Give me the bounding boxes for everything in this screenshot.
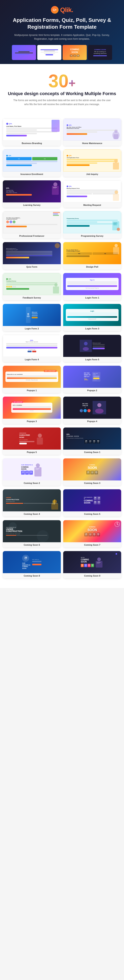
form-card-label: Coming Soon 6	[3, 542, 61, 547]
form-card-label: Popups 1	[3, 388, 61, 393]
svg-point-32	[38, 434, 42, 438]
svg-line-48	[117, 524, 118, 525]
form-card-coming-soon-3[interactable]: COMING SOON 28 DAYS 14 HRS 06	[63, 458, 121, 486]
form-card-label: Coming Soon 4	[3, 511, 61, 517]
form-card-label: Coming Soon 8	[3, 573, 61, 578]
preview-card-4: COMING SOON We are working on something …	[88, 45, 112, 60]
form-card-label: Learning Survey	[3, 202, 61, 208]
svg-point-26	[84, 342, 88, 345]
grid-row-4: Are there any problems...of general inte…	[3, 211, 121, 239]
form-card-programming-survey[interactable]: Programming Survey Programmin	[63, 211, 121, 239]
form-card-login-1[interactable]: Sign In Don't have account? Sign Up Logi…	[63, 273, 121, 300]
form-card-label: Coming Soon 9	[63, 573, 121, 578]
grid-row-13: UNDER CONSTRUCTION We'll be back soon!	[3, 489, 121, 517]
form-card-label: Coming Soon 7	[63, 542, 121, 547]
form-card-popups-3[interactable]: GET A DISCOUNT OFF A COURSE! No thanks P…	[3, 397, 61, 424]
form-card-meeting-request[interactable]: Qlik. Meeting Request Form	[63, 180, 121, 208]
svg-rect-37	[35, 469, 39, 470]
form-card-home-maintenance[interactable]: Qlik. We offer Home and OfficeMaintenanc…	[63, 119, 121, 146]
form-card-label: Meeting Request	[63, 202, 121, 208]
grid-row-12: OUR WEBSITE IS COMINGSOON 28 Days 14 Hrs	[3, 458, 121, 486]
svg-rect-5	[114, 134, 118, 139]
form-card-popups-1[interactable]: GET A DISCOUNT! Subscribe to our newslet…	[3, 366, 61, 393]
svg-rect-15	[113, 223, 118, 223]
form-card-label: Popups 3	[3, 419, 61, 424]
form-card-label: Home Maintenance	[63, 141, 121, 146]
svg-rect-13	[113, 194, 119, 201]
form-card-label: Login Form 1	[63, 295, 121, 300]
svg-rect-17	[113, 225, 117, 225]
svg-text:f: f	[81, 410, 81, 412]
grid-row-10: GET A DISCOUNT OFF A COURSE! No thanks P…	[3, 397, 121, 424]
grid-row-5: What application is...Cloud Design for p…	[3, 242, 121, 269]
svg-rect-11	[53, 188, 56, 188]
form-card-learning-survey[interactable]: Qlik. TransformingYour Ideas intoTomorro…	[3, 180, 61, 208]
form-card-label: Quiz Form	[3, 264, 61, 269]
form-card-login-4[interactable]: Qlik. Sign in to your account or continu…	[3, 335, 61, 362]
grid-row-8: Qlik. Sign in to your account or continu…	[3, 335, 121, 362]
svg-rect-22	[53, 286, 59, 293]
logo-area: Qlik.	[4, 6, 120, 14]
grid-row-11: ANNOUNCING SUBSCRIBE NOW! Join our newsl…	[3, 428, 121, 455]
form-card-label: Popups 4	[63, 419, 121, 424]
form-card-coming-soon-6[interactable]: OUR WEBSITE IS UNDERCONSTRUCTION We'll b…	[3, 520, 61, 547]
svg-point-21	[54, 283, 58, 286]
form-card-label: Popups 5	[3, 450, 61, 455]
form-card-label: Coming Soon 1	[63, 450, 121, 455]
form-card-label: Design Poll	[63, 264, 121, 269]
form-card-popups-2[interactable]: DO YOU WANT TO GET IT? 70 % Enter your e…	[63, 366, 121, 393]
svg-point-23	[27, 313, 29, 315]
form-card-business-branding[interactable]: Qlik. Last Name, First Name Business Bra…	[3, 119, 61, 146]
form-card-quiz-form[interactable]: What application is...Cloud Design for p…	[3, 242, 61, 269]
form-card-coming-soon-8[interactable]: 28 DAYS OUR WEBSITE ISCOMING SOON We'll …	[3, 551, 61, 578]
form-card-login-2[interactable]: Welcome! Login Form 2	[3, 304, 61, 331]
form-card-coming-soon-7[interactable]: COMING SOON 28 DAYS 14 HRS 06	[63, 520, 121, 547]
hero-section: Qlik. Application Forms, Quiz, Poll, Sur…	[0, 0, 124, 64]
form-card-feedback-survey[interactable]: Qlik. Feedback Survey	[3, 273, 61, 300]
form-card-popups-5[interactable]: ANNOUNCING SUBSCRIBE NOW! Join our newsl…	[3, 428, 61, 455]
form-card-design-poll[interactable]: Do you Think This isa Good Design for po…	[63, 242, 121, 269]
preview-card-2	[37, 45, 61, 60]
form-card-professional-freelancer[interactable]: Are there any problems...of general inte…	[3, 211, 61, 239]
svg-point-24	[27, 315, 30, 317]
form-card-label: Coming Soon 5	[63, 511, 121, 517]
svg-rect-52	[97, 563, 100, 563]
form-card-label: Login Form 3	[63, 326, 121, 331]
svg-point-31	[95, 409, 103, 414]
svg-point-49	[97, 557, 101, 561]
form-card-insurance[interactable]: Qlik. ●●● ●●● Insurance Enrollme	[3, 150, 61, 177]
big-number-section: 30 + Unique design concepts of Working M…	[0, 64, 124, 116]
svg-rect-50	[96, 561, 103, 568]
logo-text: Qlik.	[60, 6, 73, 14]
svg-point-34	[36, 463, 40, 468]
hero-title: Application Forms, Quiz, Poll, Survey & …	[4, 17, 120, 30]
svg-point-18	[117, 228, 120, 231]
svg-rect-36	[35, 468, 39, 469]
form-card-coming-soon-1[interactable]: Qlik. COMING SOON We're working on somet…	[63, 428, 121, 455]
svg-point-12	[114, 190, 118, 194]
form-card-label: Coming Soon 3	[63, 480, 121, 486]
form-card-job-inquiry[interactable]: Qlik. Job Application Form Job Inquiry	[63, 150, 121, 177]
form-card-popups-4[interactable]: DO YOU LIKE US ? f	[63, 397, 121, 424]
form-card-label: Login Form 4	[3, 357, 61, 362]
svg-rect-33	[37, 438, 43, 445]
forms-grid: Qlik. Last Name, First Name Business Bra…	[0, 116, 124, 588]
grid-row-7: Welcome! Login Form 2 Login Forgot passw…	[3, 304, 121, 331]
form-card-coming-soon-4[interactable]: UNDER CONSTRUCTION We'll be back soon!	[3, 489, 61, 517]
big-number: 30	[48, 72, 68, 90]
form-card-label: Coming Soon 2	[3, 480, 61, 486]
form-card-coming-soon-5[interactable]: OUR WEBSITE IS COMINGSOON 28 Days 14 Hrs	[63, 489, 121, 517]
svg-rect-7	[113, 162, 119, 170]
logo-icon	[51, 6, 59, 14]
grid-row-6: Qlik. Feedback Survey	[3, 273, 121, 300]
form-card-label: Login Form 2	[3, 326, 61, 331]
form-card-coming-soon-2[interactable]: OUR WEBSITE IS COMINGSOON 28 Days 14 Hrs	[3, 458, 61, 486]
form-card-login-5[interactable]: Welcome back! Login Form 5	[63, 335, 121, 362]
form-card-label: Login Form 5	[63, 357, 121, 362]
grid-row-14: OUR WEBSITE IS UNDERCONSTRUCTION We'll b…	[3, 520, 121, 547]
form-card-coming-soon-9[interactable]: WE'RE COMINGSOON 28 DAYS 14 HRS	[63, 551, 121, 578]
section-description: The forms are working and the submitted …	[12, 98, 112, 107]
hero-preview-row: COMING SOON 28 14 06 COMING SOON We are …	[4, 45, 120, 60]
form-card-login-3[interactable]: Login Forgot password? Login Form 3	[63, 304, 121, 331]
svg-rect-51	[97, 562, 101, 563]
